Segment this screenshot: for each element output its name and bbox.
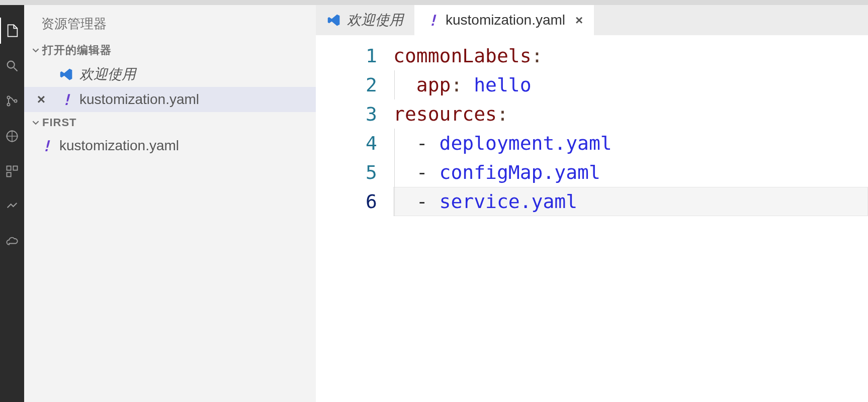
files-icon	[6, 24, 20, 38]
folder-label: FIRST	[42, 116, 77, 129]
svg-point-3	[7, 103, 10, 106]
activity-extensions[interactable]	[0, 158, 24, 184]
code-line[interactable]: resources:	[393, 99, 868, 129]
line-number: 4	[316, 129, 377, 158]
code-line[interactable]: - service.yaml	[393, 187, 868, 216]
tab-welcome[interactable]: 欢迎使用	[316, 5, 414, 35]
svg-point-0	[8, 61, 15, 68]
open-editor-label: kustomization.yaml	[79, 91, 199, 108]
line-number: 2	[316, 70, 377, 99]
activity-bar	[0, 5, 24, 402]
file-tree-item-kustomization[interactable]: ! kustomization.yaml	[24, 133, 316, 158]
svg-point-4	[14, 99, 17, 102]
code-line[interactable]: commonLabels:	[393, 41, 868, 70]
extensions-icon	[5, 164, 19, 178]
code-line[interactable]: - deployment.yaml	[393, 129, 868, 158]
tab-label: kustomization.yaml	[446, 12, 565, 28]
code-line[interactable]: app: hello	[393, 70, 868, 99]
app-root: 资源管理器 打开的编辑器 欢迎使用 × ! kustomization.yaml…	[0, 0, 868, 402]
window-titlebar-strip	[0, 0, 868, 5]
source-control-icon	[5, 94, 19, 108]
tab-label: 欢迎使用	[347, 11, 403, 30]
line-number: 3	[316, 99, 377, 129]
line-number: 1	[316, 41, 377, 70]
svg-rect-9	[13, 166, 17, 170]
activity-extra-1[interactable]	[0, 193, 24, 220]
activity-explorer[interactable]	[0, 18, 24, 44]
svg-rect-8	[7, 166, 11, 170]
open-editors-header[interactable]: 打开的编辑器	[24, 39, 316, 62]
open-editor-kustomization[interactable]: × ! kustomization.yaml	[24, 87, 316, 112]
exclaim-icon: !	[425, 12, 440, 29]
open-editor-label: 欢迎使用	[79, 65, 136, 84]
activity-search[interactable]	[0, 53, 24, 79]
open-editor-welcome[interactable]: 欢迎使用	[24, 62, 316, 87]
debug-icon	[5, 129, 19, 143]
folder-header[interactable]: FIRST	[24, 112, 316, 133]
code-lines[interactable]: commonLabels: app: helloresources: - dep…	[393, 41, 868, 402]
tab-kustomization[interactable]: ! kustomization.yaml ×	[414, 5, 594, 35]
editor-area: 欢迎使用 ! kustomization.yaml × 123456 commo…	[316, 5, 868, 402]
chevron-down-icon	[32, 47, 39, 54]
activity-scm[interactable]	[0, 88, 24, 114]
code-line[interactable]: - configMap.yaml	[393, 158, 868, 187]
chevron-down-icon	[32, 119, 39, 126]
line-number-gutter: 123456	[316, 41, 393, 402]
svg-rect-10	[7, 172, 11, 176]
exclaim-icon: !	[39, 137, 53, 155]
file-tree-label: kustomization.yaml	[59, 138, 179, 154]
search-icon	[5, 59, 19, 73]
cloud-icon	[5, 235, 19, 249]
svg-point-2	[7, 96, 10, 98]
activity-debug[interactable]	[0, 123, 24, 149]
plugin-icon	[5, 199, 19, 214]
tab-bar: 欢迎使用 ! kustomization.yaml ×	[316, 5, 868, 35]
line-number: 6	[316, 187, 377, 216]
vscode-icon	[327, 13, 341, 27]
tab-close-button[interactable]: ×	[575, 13, 583, 28]
explorer-sidebar: 资源管理器 打开的编辑器 欢迎使用 × ! kustomization.yaml…	[24, 5, 316, 402]
code-editor[interactable]: 123456 commonLabels: app: helloresources…	[316, 35, 868, 402]
explorer-title: 资源管理器	[24, 5, 316, 39]
vscode-icon	[59, 67, 73, 81]
svg-line-1	[14, 68, 18, 71]
exclaim-icon: !	[59, 91, 73, 109]
close-button[interactable]: ×	[31, 91, 51, 108]
close-icon: ×	[37, 91, 45, 108]
activity-extra-2[interactable]	[0, 229, 24, 255]
open-editors-label: 打开的编辑器	[42, 43, 112, 58]
line-number: 5	[316, 158, 377, 187]
